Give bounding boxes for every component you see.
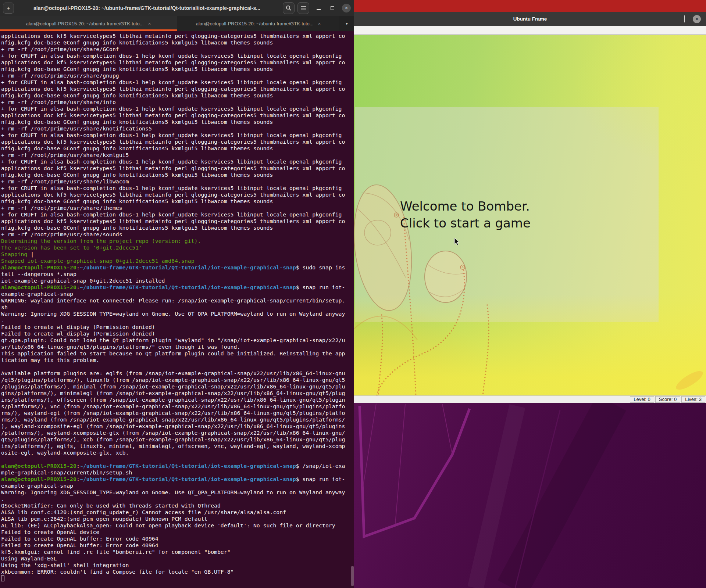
terminal-output[interactable]: applications doc kf5 kservicetypes5 libt… — [0, 31, 354, 588]
new-tab-button[interactable]: + — [3, 3, 14, 14]
terminal-minimize-button[interactable] — [314, 3, 323, 13]
terminal-line: qt5/plugins/platforms/), xcb (from /snap… — [1, 436, 354, 443]
welcome-line-1: Welcome to Bomber. — [400, 198, 531, 215]
frame-titlebar: Ubuntu Frame × — [354, 12, 706, 26]
terminal-tabbar: alan@octopull-PROX15-20: ~/ubuntu-frame/… — [0, 16, 354, 31]
desktop-wallpaper-red-strip — [354, 0, 706, 12]
terminal-line: nfig.kcfg doc-base GConf gnupg info knot… — [1, 198, 354, 205]
terminal-line: Warning: Ignoring XDG_SESSION_TYPE=wayla… — [1, 489, 354, 496]
terminal-line: Using the 'xdg-shell' shell integration — [1, 562, 354, 569]
terminal-line — [1, 363, 354, 370]
new-tab-icon: + — [7, 5, 10, 11]
terminal-line: Failed to create wl_display (Permission … — [1, 330, 354, 337]
terminal-line: + for CRUFT in alsa bash-completion dbus… — [1, 132, 354, 139]
mouse-cursor — [454, 237, 460, 246]
welcome-message: Welcome to Bomber. Click to start a game — [400, 198, 531, 232]
bomber-statusbar: Level: 0 Score: 0 Lives: 3 — [354, 395, 706, 403]
terminal-close-button[interactable]: × — [342, 3, 351, 13]
frame-window-title: Ubuntu Frame — [354, 16, 706, 22]
bomber-toolbar-strip — [354, 26, 706, 35]
bomber-game-area[interactable]: Welcome to Bomber. Click to start a game — [354, 35, 706, 395]
terminal-line: Determining the version from the project… — [1, 238, 354, 244]
tab-label: alan@octopull-PROX15-20: ~/ubuntu-frame/… — [26, 21, 144, 26]
terminal-line: lication may fix this problem. — [1, 357, 354, 363]
terminal-line: tall --dangerous *.snap — [1, 271, 354, 277]
terminal-line: Snapping | — [1, 251, 354, 258]
terminal-line: + for CRUFT in alsa bash-completion dbus… — [1, 211, 354, 218]
terminal-line: + for CRUFT in alsa bash-completion dbus… — [1, 53, 354, 59]
terminal-line: nfig.kcfg doc-base GConf gnupg info knot… — [1, 225, 354, 231]
menu-button[interactable] — [297, 2, 309, 14]
terminal-line: osite-egl, wayland-xcomposite-glx, xcb. — [1, 449, 354, 456]
terminal-line: gins/platforms/), minimalegl (from /snap… — [1, 390, 354, 397]
terminal-window: + alan@octopull-PROX15-20: ~/ubuntu-fram… — [0, 0, 354, 588]
terminal-line: Failed to create OpenAL device — [1, 529, 354, 535]
terminal-line: + for CRUFT in alsa bash-completion dbus… — [1, 158, 354, 165]
terminal-line: ), wayland-xcomposite-egl (from /snap/io… — [1, 423, 354, 430]
terminal-line: ALSA lib pcm.c:2642:(snd_pcm_open_noupda… — [1, 516, 354, 522]
terminal-line: nfig.kcfg doc-base GConf gnupg info knot… — [1, 172, 354, 178]
terminal-line: + for CRUFT in alsa bash-completion dbus… — [1, 185, 354, 191]
terminal-line: applications doc kf5 kservicetypes5 libt… — [1, 112, 354, 119]
terminal-line: nfig.kcfg doc-base GConf gnupg info knot… — [1, 39, 354, 46]
terminal-line: xkbcommon: ERROR: couldn't find a Compos… — [1, 569, 354, 575]
terminal-line: Failed to create OpenAL buffer: Error co… — [1, 542, 354, 549]
terminal-line: example-graphical-snap — [1, 483, 354, 489]
terminal-line: Failed to create wl_display (Permission … — [1, 324, 354, 330]
search-button[interactable] — [283, 2, 295, 14]
tab-overflow-button[interactable]: ▾ — [339, 16, 354, 31]
frame-maximize-button[interactable] — [684, 16, 685, 22]
terminal-line — [1, 456, 354, 463]
terminal-line: + rm -rf /root/prime/usr/share/knotifica… — [1, 125, 354, 132]
terminal-line: nfig.kcfg doc-base GConf gnupg info knot… — [1, 145, 354, 152]
terminal-tab-2[interactable]: alan@octopull-PROX15-20: ~/ubuntu-frame/… — [177, 16, 339, 31]
terminal-line: + for CRUFT in alsa bash-completion dbus… — [1, 79, 354, 86]
terminal-line: + rm -rf /root/prime/usr/share/gnupg — [1, 72, 354, 79]
tab-close-icon[interactable]: × — [148, 21, 151, 26]
search-icon — [286, 5, 292, 11]
terminal-line: example-graphical-snap — [1, 291, 354, 297]
terminal-line: rms/), wayland-egl (from /snap/iot-examp… — [1, 410, 354, 416]
terminal-line: alan@octopull-PROX15-20:~/ubuntu-frame/G… — [1, 264, 354, 271]
terminal-line: . — [1, 317, 354, 324]
terminal-line: applications doc kf5 kservicetypes5 libt… — [1, 59, 354, 66]
close-icon: × — [342, 4, 351, 12]
terminal-line: applications doc kf5 kservicetypes5 libt… — [1, 191, 354, 198]
terminal-line: s/platforms/), vnc (from /snap/iot-examp… — [1, 403, 354, 410]
status-level: Level: 0 — [630, 396, 654, 403]
terminal-maximize-button[interactable] — [328, 3, 337, 13]
chevron-down-icon: ▾ — [346, 21, 348, 26]
terminal-line: . — [1, 496, 354, 502]
terminal-line: kf5.kxmlgui: cannot find .rc file "bombe… — [1, 549, 354, 555]
maximize-icon — [331, 6, 334, 10]
terminal-scrollbar-thumb[interactable] — [351, 566, 354, 586]
status-score: Score: 0 — [655, 396, 680, 403]
terminal-line: The version has been set to '0+git.2dccc… — [1, 244, 354, 251]
terminal-line: nfig.kcfg doc-base GConf gnupg info knot… — [1, 92, 354, 99]
terminal-line: /qt5/plugins/platforms/), linuxfb (from … — [1, 377, 354, 383]
terminal-line: QSocketNotifier: Can only be used with t… — [1, 502, 354, 509]
maximize-icon — [684, 15, 685, 22]
terminal-line: Failed to create OpenAL buffer: Error co… — [1, 535, 354, 542]
terminal-headerbar: + alan@octopull-PROX15-20: ~/ubuntu-fram… — [0, 0, 354, 16]
terminal-line: + rm -rf /root/prime/usr/share/sounds — [1, 231, 354, 238]
terminal-line: sh — [1, 304, 354, 311]
terminal-line: AL lib: (EE) ALCplaybackAlsa_open: Could… — [1, 522, 354, 529]
terminal-line: Using Wayland-EGL — [1, 555, 354, 562]
terminal-window-title: alan@octopull-PROX15-20: ~/ubuntu-frame/… — [14, 5, 280, 11]
terminal-line: applications doc kf5 kservicetypes5 libt… — [1, 86, 354, 92]
terminal-line: applications doc kf5 kservicetypes5 libt… — [1, 218, 354, 225]
terminal-line: + rm -rf /root/prime/usr/share/GConf — [1, 46, 354, 53]
terminal-tab-1[interactable]: alan@octopull-PROX15-20: ~/ubuntu-frame/… — [0, 16, 177, 31]
terminal-line: ins/platforms/), eglfs, linuxfb, minimal… — [1, 443, 354, 449]
terminal-line: + rm -rf /root/prime/usr/share/kxmlgui5 — [1, 152, 354, 158]
terminal-line: alan@octopull-PROX15-20:~/ubuntu-frame/G… — [1, 284, 354, 291]
terminal-line: ALSA lib conf.c:4120:(snd_config_update_… — [1, 509, 354, 516]
terminal-line: /plugins/platforms/), minimal (from /sna… — [1, 383, 354, 390]
welcome-line-2: Click to start a game — [400, 215, 531, 232]
tab-close-icon[interactable]: × — [318, 21, 321, 26]
terminal-cursor — [1, 576, 4, 581]
terminal-line: ins/platforms/), offscreen (from /snap/i… — [1, 397, 354, 403]
frame-close-button[interactable]: × — [693, 15, 701, 23]
tab-label: alan@octopull-PROX15-20: ~/ubuntu-frame/… — [196, 21, 314, 26]
